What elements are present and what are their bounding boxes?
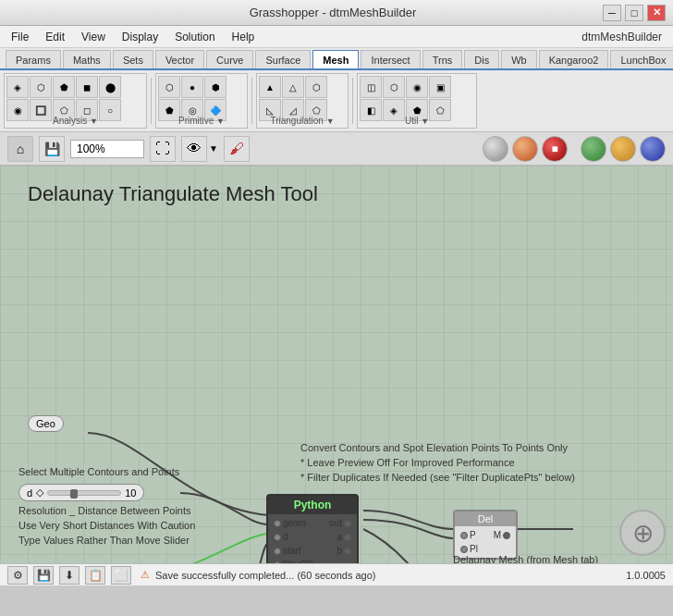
wire-filter-python [222,543,268,563]
tab-curve[interactable]: Curve [206,50,253,68]
eye-dropdown[interactable]: ▼ [209,143,218,154]
sphere-btn-2[interactable] [512,136,538,162]
port-dot-d [274,534,281,541]
slider-track[interactable] [47,490,121,496]
tb-icon-3[interactable]: ⬡ [30,76,52,98]
toolbar-group-triangulation: ▲ ◺ △ ◿ ⬡ ⬠ Triangulation ▼ [256,73,349,129]
tab-vector[interactable]: Vector [155,50,204,68]
port-start: start [274,546,313,556]
port-dot-a [344,534,351,541]
save-button[interactable]: 💾 [39,136,65,162]
slider-symbol: ◇ [36,487,43,499]
tb-tri-1[interactable]: ▲ [259,76,281,98]
maximize-button[interactable]: □ [625,5,643,21]
python-ports: geom d start filterDP out [268,514,357,563]
menu-edit[interactable]: Edit [38,29,72,45]
main-canvas: Delaunay Triangulate Mesh Tool Geo Selec… [0,166,673,563]
tb-util-1[interactable]: ◫ [360,76,382,98]
group-label-primitive: Primitive ▼ [156,116,247,126]
tb-icon-7[interactable]: ◼ [76,76,98,98]
canvas-nav[interactable]: ⊕ [619,510,666,556]
tab-kangaroo2[interactable]: Kangaroo2 [539,50,609,68]
tab-sets[interactable]: Sets [113,50,153,68]
del-port-Pl: Pl [460,544,478,554]
port-b: b [336,546,351,556]
del-port-M: M [494,530,510,540]
minimize-button[interactable]: ─ [603,5,621,21]
menu-file[interactable]: File [4,29,36,45]
toolbar-row: ◈ ◉ ⬡ 🔲 ⬟ ⬠ ◼ ◻ ⬤ ○ [0,70,673,131]
fit-view-button[interactable]: ⛶ [150,136,176,162]
del-dot-M [503,532,510,539]
version-label: 1.0.0005 [626,570,666,581]
paint-button[interactable]: 🖌 [224,136,250,162]
port-filterDP: filterDP [274,560,313,563]
tb-util-7[interactable]: ▣ [429,76,451,98]
tb-icon-9[interactable]: ⬤ [99,76,121,98]
close-button[interactable]: ✕ [647,5,666,21]
tab-mesh[interactable]: Mesh [312,50,359,68]
slider-value: 10 [125,487,136,499]
tb-prim-3[interactable]: ● [181,76,203,98]
tb-util-5[interactable]: ◉ [406,76,428,98]
menu-view[interactable]: View [74,29,113,45]
slider-node[interactable]: d ◇ 10 [18,484,144,501]
port-dot-start [274,548,281,555]
toolbar-group-util: ◫ ◧ ⬡ ◈ ◉ ⬟ ▣ ⬠ Util ▼ [357,73,477,129]
tb-util-3[interactable]: ⬡ [383,76,405,98]
geo-node[interactable]: Geo [28,415,64,432]
status-icon-save[interactable]: 💾 [33,566,54,585]
wire-python-del2 [363,520,453,538]
port-a: a [336,532,351,542]
status-icon-box[interactable]: ⬜ [111,566,131,585]
menubar: File Edit View Display Solution Help dtm… [0,26,673,48]
app-name-label: dtmMeshBuilder [581,31,669,43]
tb-tri-5[interactable]: ⬡ [305,76,327,98]
python-title: Python [268,496,357,514]
tab-maths[interactable]: Maths [63,50,111,68]
sphere-btn-4[interactable] [581,136,606,162]
del-outputs: M [494,530,510,554]
tb-prim-5[interactable]: ⬢ [204,76,226,98]
status-icon-download[interactable]: ⬇ [59,566,80,585]
wire-python-output [363,529,462,563]
delaunay-label: Delaunay Mesh (from Mesh tab) [453,554,598,563]
del-port-P: P [460,530,478,540]
status-icon-clipboard[interactable]: 📋 [85,566,105,585]
home-button[interactable]: ⌂ [7,136,33,162]
sphere-btn-6[interactable] [640,136,666,162]
tb-icon-1[interactable]: ◈ [6,76,29,98]
tab-wb[interactable]: Wb [501,50,537,68]
zoom-input[interactable] [70,140,144,158]
tb-icon-5[interactable]: ⬟ [53,76,75,98]
menu-display[interactable]: Display [115,29,165,45]
group-label-triangulation: Triangulation ▼ [257,116,348,126]
del-node[interactable]: Del P Pl M [453,510,518,560]
tab-trns[interactable]: Trns [422,50,463,68]
del-title: Del [455,511,516,526]
sphere-btn-5[interactable] [610,136,636,162]
geo-label[interactable]: Geo [28,415,64,432]
tab-dis[interactable]: Dis [464,50,499,68]
group-label-analysis: Analysis ▼ [5,116,146,126]
tab-surface[interactable]: Surface [255,50,311,68]
port-dot-out [344,520,351,527]
port-geom: geom [274,518,313,528]
eye-button[interactable]: 👁 [181,136,207,162]
status-icon-gear[interactable]: ⚙ [7,566,28,585]
tb-prim-1[interactable]: ⬡ [158,76,180,98]
tb-tri-3[interactable]: △ [282,76,304,98]
tab-params[interactable]: Params [6,50,61,68]
tab-lunchbox[interactable]: LunchBox [610,50,673,68]
slider-label: d [27,487,32,499]
titlebar: Grasshopper - dtmMeshBuilder ─ □ ✕ [0,0,673,26]
sphere-btn-3[interactable]: ■ [542,136,568,162]
canvas-title: Delaunay Triangulate Mesh Tool [28,182,318,206]
python-node[interactable]: Python geom d start filterDP [266,494,359,563]
tab-intersect[interactable]: Intersect [361,50,420,68]
sphere-btn-1[interactable] [483,136,508,162]
menu-solution[interactable]: Solution [167,29,222,45]
menu-help[interactable]: Help [225,29,263,45]
del-dot-Pl [460,546,468,553]
window-controls: ─ □ ✕ [603,5,666,21]
